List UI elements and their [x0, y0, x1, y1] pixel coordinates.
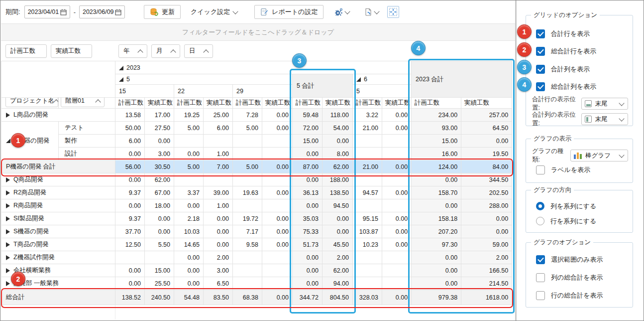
month-label: 6 [364, 76, 367, 83]
day-header: 15 [115, 85, 174, 98]
measure-header: 計画工数 [412, 98, 461, 109]
month-group-header[interactable]: 6 [353, 74, 412, 85]
expand-icon[interactable] [6, 229, 10, 234]
checkbox[interactable] [536, 165, 545, 174]
grid-option-checkbox-1[interactable]: 合計行を表示 [536, 29, 590, 38]
grid-option-checkbox-2[interactable]: 総合計行を表示 [536, 46, 596, 56]
refresh-button[interactable]: 更新 [144, 5, 181, 19]
field-button-project-name[interactable]: プロジェクト名 [5, 98, 58, 108]
checkbox[interactable] [536, 29, 545, 38]
grid-option-checkbox-3[interactable]: 合計列を表示 [536, 64, 590, 74]
chart-display-checkbox-1[interactable]: ラベルを表示 [536, 165, 590, 174]
collapse-icon[interactable] [119, 66, 123, 70]
row-sub-header-cell[interactable]: 設計 [59, 148, 115, 160]
checkbox[interactable] [536, 47, 545, 56]
checkbox[interactable] [536, 255, 545, 264]
chart-type-select[interactable]: 棒グラフ [570, 150, 628, 161]
value-cell [382, 199, 412, 212]
expand-icon[interactable] [6, 203, 10, 208]
value-cell: 7.00 [204, 160, 233, 173]
month-group-header[interactable]: 5 [115, 74, 293, 85]
chart-option-checkbox-2[interactable]: 列の総合計を表示 [536, 273, 603, 282]
row-sub-header-cell[interactable]: 製作 [59, 135, 115, 148]
row-header-cell[interactable]: L商品の開発 [1, 109, 115, 122]
expand-icon[interactable] [6, 113, 10, 118]
measure-header: 実績工数 [204, 98, 233, 109]
radio-button[interactable] [536, 202, 544, 210]
expand-icon[interactable] [6, 177, 10, 182]
field-button-hierarchy01[interactable]: 階層01 [61, 98, 105, 108]
value-cell: 0.00 [382, 160, 412, 173]
total-row-position-select[interactable]: 末尾 [581, 98, 628, 110]
value-cell: 68.38 [233, 290, 262, 305]
value-cell: 0.00 [204, 212, 233, 225]
date-from-input[interactable]: 2023/04/01 [24, 5, 70, 18]
checkbox[interactable] [536, 291, 545, 300]
radio-button[interactable] [536, 217, 544, 225]
row-header-cell[interactable]: Z機器試作開発 [1, 251, 115, 264]
field-button-year[interactable]: 年 [118, 44, 147, 58]
expand-icon[interactable] [6, 190, 10, 195]
collapse-icon[interactable] [6, 139, 10, 143]
chart-option-checkbox-1[interactable]: 選択範囲のみ表示 [536, 255, 603, 264]
value-cell [382, 264, 412, 277]
value-cell: 19.63 [233, 186, 262, 199]
date-to-value: 2023/06/09 [83, 8, 114, 15]
value-cell: 166.50 [461, 264, 512, 277]
month-total-header: 5 合計 [293, 74, 353, 98]
value-cell: 84.00 [461, 160, 512, 173]
chart-direction-radio-2[interactable]: 行を系列にする [536, 216, 596, 226]
value-cell: 0.00 [461, 225, 512, 238]
grid-option-checkbox-4[interactable]: 総合計列を表示 [536, 82, 596, 91]
settings-menu-button[interactable] [330, 5, 353, 19]
field-button-day[interactable]: 日 [184, 44, 213, 58]
field-button-month[interactable]: 月 [151, 44, 180, 58]
fit-to-screen-button[interactable] [387, 6, 399, 18]
expand-icon[interactable] [6, 242, 10, 247]
field-button-plan-hours[interactable]: 計画工数 [5, 44, 47, 58]
value-cell: 2.00 [461, 251, 512, 264]
row-header-cell[interactable]: 会社横断業務 [1, 264, 115, 277]
measure-header: 計画工数 [233, 98, 262, 109]
checkbox[interactable] [536, 65, 545, 74]
chart-direction-radio-1[interactable]: 列を系列にする [536, 201, 596, 211]
value-cell: 234.00 [412, 109, 461, 122]
expand-icon[interactable] [6, 255, 10, 260]
total-column-position-select[interactable]: 末尾 [581, 113, 628, 125]
value-cell [233, 199, 262, 212]
field-button-actual-hours[interactable]: 実績工数 [51, 44, 92, 58]
report-settings-button[interactable]: レポートの設定 [254, 5, 323, 19]
value-cell: 94.50 [322, 199, 353, 212]
value-cell: 328.03 [353, 290, 382, 305]
value-cell [145, 251, 174, 264]
chart-option-checkbox-3[interactable]: 行の総合計を表示 [536, 291, 603, 300]
table-row: 開発部 一般業務0.0025.500.006.500.0094.000.0021… [1, 277, 512, 290]
expand-icon[interactable] [6, 281, 10, 286]
row-header-cell[interactable]: 開発部 一般業務 [1, 277, 115, 290]
collapse-icon[interactable] [356, 77, 361, 82]
row-header-cell[interactable]: S機器の開発 [1, 225, 115, 238]
checkbox[interactable] [536, 273, 545, 282]
expand-icon[interactable] [6, 216, 10, 221]
filter-drop-area[interactable]: フィルターフィールドをここへドラッグ＆ドロップ [1, 23, 515, 41]
year-group-header[interactable]: 2023 [115, 61, 412, 74]
export-document-icon [364, 8, 373, 16]
quick-settings-button[interactable]: クイック設定 [185, 5, 243, 19]
date-to-input[interactable]: 2023/06/09 [79, 5, 125, 18]
chevron-down-icon [374, 8, 380, 14]
export-menu-button[interactable] [361, 5, 382, 19]
value-cell: 5.50 [145, 238, 174, 251]
row-sub-header-cell[interactable]: テスト [59, 122, 115, 135]
row-header-cell[interactable]: T商品の開発 [1, 238, 115, 251]
expand-icon[interactable] [6, 268, 10, 273]
collapse-icon[interactable] [119, 77, 123, 82]
row-header-cell[interactable]: R2商品開発 [1, 186, 115, 199]
checkbox[interactable] [536, 82, 545, 91]
day-header: 5 [353, 85, 412, 98]
row-header-cell[interactable]: Q商品開発 [1, 173, 115, 186]
row-header-cell[interactable]: R商品開発 [1, 199, 115, 212]
value-cell: 6.00 [115, 135, 145, 148]
total-column-position-label: 合計列の表示位置: [532, 111, 581, 128]
row-group-header-cell[interactable]: P機器の開発 [1, 122, 59, 160]
row-header-cell[interactable]: SI製品開発 [1, 212, 115, 225]
